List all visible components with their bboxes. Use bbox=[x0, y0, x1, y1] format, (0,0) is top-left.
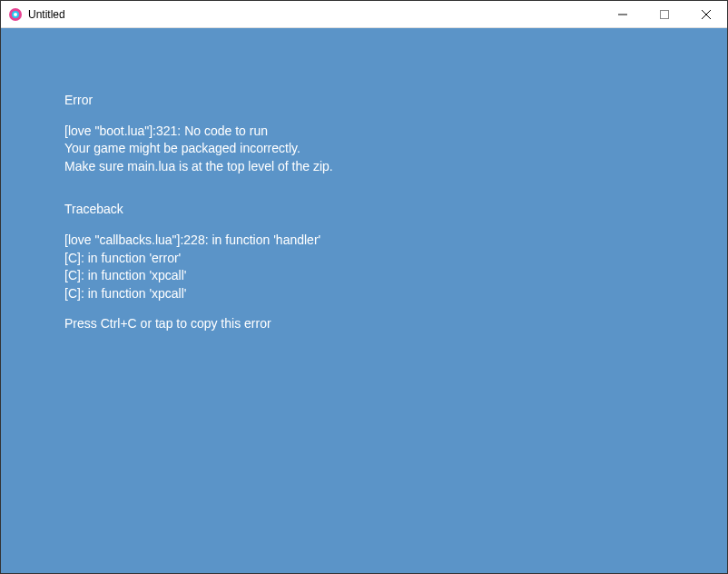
love2d-icon bbox=[8, 7, 23, 22]
copy-hint: Press Ctrl+C or tap to copy this error bbox=[64, 315, 727, 333]
traceback-section: Traceback [love "callbacks.lua"]:228: in… bbox=[64, 201, 727, 333]
titlebar: Untitled bbox=[1, 1, 727, 28]
window-title: Untitled bbox=[28, 8, 65, 21]
close-button[interactable] bbox=[685, 1, 727, 27]
error-line: [love "boot.lua"]:321: No code to run bbox=[64, 123, 727, 141]
traceback-line: [C]: in function 'xpcall' bbox=[64, 285, 727, 303]
error-line: Your game might be packaged incorrectly. bbox=[64, 140, 727, 158]
maximize-button[interactable] bbox=[644, 1, 685, 27]
error-heading: Error bbox=[64, 92, 727, 110]
svg-rect-4 bbox=[661, 10, 669, 18]
app-window: Untitled Error [love bbox=[0, 0, 728, 574]
maximize-icon bbox=[660, 10, 669, 19]
close-icon bbox=[702, 10, 711, 19]
error-line: Make sure main.lua is at the top level o… bbox=[64, 158, 727, 176]
traceback-heading: Traceback bbox=[64, 201, 727, 219]
titlebar-left: Untitled bbox=[8, 7, 65, 22]
svg-point-2 bbox=[14, 13, 17, 16]
traceback-line: [C]: in function 'xpcall' bbox=[64, 267, 727, 285]
traceback-line: [C]: in function 'error' bbox=[64, 250, 727, 268]
minimize-button[interactable] bbox=[602, 1, 644, 27]
minimize-icon bbox=[618, 10, 627, 19]
error-section: Error [love "boot.lua"]:321: No code to … bbox=[64, 92, 727, 175]
traceback-line: [love "callbacks.lua"]:228: in function … bbox=[64, 232, 727, 250]
window-controls bbox=[602, 1, 727, 27]
error-screen[interactable]: Error [love "boot.lua"]:321: No code to … bbox=[1, 28, 727, 573]
